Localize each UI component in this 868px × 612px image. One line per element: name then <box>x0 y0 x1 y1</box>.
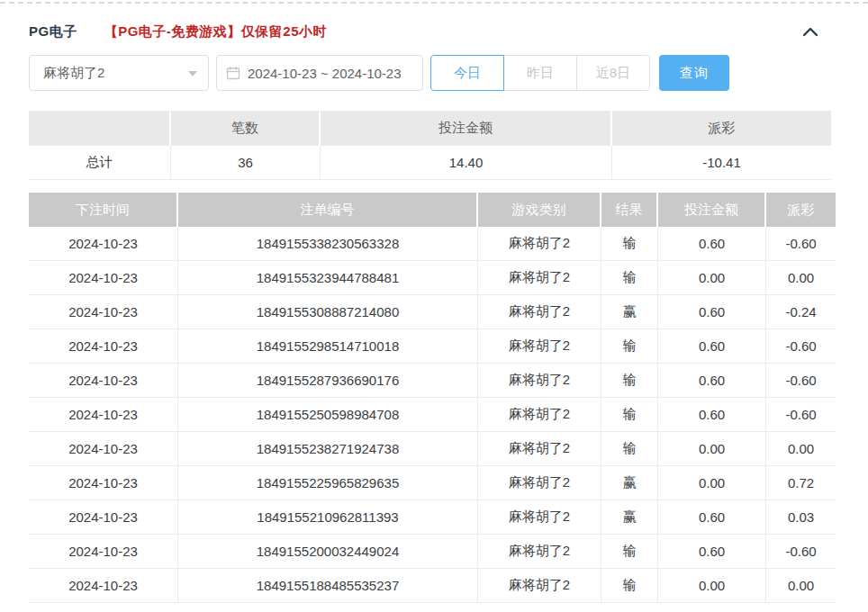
cell-bet-time: 2024-10-23 <box>29 295 178 328</box>
quick-button-last8days[interactable]: 近8日 <box>576 55 650 91</box>
col-header-amount: 投注金额 <box>658 193 766 227</box>
cell-result: 输 <box>601 398 658 431</box>
cell-game-type: 麻将胡了2 <box>478 466 601 500</box>
cell-bet-id: 1849155225965829635 <box>178 466 478 500</box>
cell-bet-id: 1849155238271924738 <box>178 432 478 465</box>
cell-bet-amount: 0.00 <box>658 569 766 602</box>
table-row: 2024-10-23 1849155308887214080 麻将胡了2 赢 0… <box>29 295 836 329</box>
cell-bet-id: 1849155287936690176 <box>178 364 478 397</box>
summary-header-row: 笔数 投注金额 派彩 <box>29 111 831 146</box>
cell-bet-id: 1849155338230563328 <box>178 227 478 260</box>
cell-bet-time: 2024-10-23 <box>29 535 178 568</box>
cell-bet-id: 1849155210962811393 <box>178 500 478 534</box>
cell-bet-time: 2024-10-23 <box>29 432 178 465</box>
calendar-icon <box>226 66 240 80</box>
col-header-game: 游戏类别 <box>478 193 601 227</box>
cell-payout: -0.24 <box>766 295 836 328</box>
pg-records-panel: PG电子 【PG电子-免费游戏】仅保留25小时 麻将胡了2 <box>0 2 868 612</box>
cell-bet-amount: 0.60 <box>658 364 766 397</box>
cell-result: 赢 <box>601 500 658 534</box>
quick-button-today[interactable]: 今日 <box>430 55 504 91</box>
game-select[interactable]: 麻将胡了2 <box>29 55 209 91</box>
summary-total-bet-amount: 14.40 <box>321 146 612 179</box>
cell-payout: 0.03 <box>766 500 836 534</box>
panel-header: PG电子 【PG电子-免费游戏】仅保留25小时 <box>0 4 868 45</box>
summary-header-bet-amount: 投注金额 <box>321 111 612 146</box>
cell-game-type: 麻将胡了2 <box>478 295 601 328</box>
summary-header-blank <box>29 111 171 146</box>
cell-bet-id: 1849155200032449024 <box>178 535 478 568</box>
summary-total-count: 36 <box>171 146 321 179</box>
table-body: 2024-10-23 1849155338230563328 麻将胡了2 输 0… <box>29 227 836 603</box>
cell-bet-id: 1849155188485535237 <box>178 569 478 602</box>
cell-payout: 0.72 <box>766 466 836 500</box>
cell-game-type: 麻将胡了2 <box>478 535 601 568</box>
table-row: 2024-10-23 1849155210962811393 麻将胡了2 赢 0… <box>29 500 836 535</box>
cell-result: 输 <box>601 227 658 260</box>
date-range-value: 2024-10-23 ~ 2024-10-23 <box>248 66 402 81</box>
cell-bet-amount: 0.60 <box>658 329 766 363</box>
table-row: 2024-10-23 1849155225965829635 麻将胡了2 赢 0… <box>29 466 836 500</box>
quick-range-button-group: 今日 昨日 近8日 <box>430 55 650 91</box>
cell-bet-time: 2024-10-23 <box>29 466 178 500</box>
cell-bet-amount: 0.60 <box>658 398 766 431</box>
cell-result: 赢 <box>601 466 658 500</box>
summary-header-payout: 派彩 <box>612 111 831 146</box>
table-row: 2024-10-23 1849155238271924738 麻将胡了2 输 0… <box>29 432 836 466</box>
col-header-bet-id: 注单编号 <box>178 193 478 227</box>
cell-bet-amount: 0.60 <box>658 295 766 328</box>
query-button[interactable]: 查询 <box>659 55 729 91</box>
cell-bet-amount: 0.60 <box>658 535 766 568</box>
collapse-panel-button[interactable] <box>798 21 823 42</box>
bet-records-table: 下注时间 注单编号 游戏类别 结果 投注金额 派彩 2024-10-23 184… <box>29 193 836 603</box>
cell-result: 输 <box>601 329 658 363</box>
cell-bet-time: 2024-10-23 <box>29 227 178 260</box>
table-row: 2024-10-23 1849155188485535237 麻将胡了2 输 0… <box>29 569 836 603</box>
cell-bet-time: 2024-10-23 <box>29 500 178 534</box>
cell-bet-id: 1849155308887214080 <box>178 295 478 328</box>
cell-bet-amount: 0.00 <box>658 261 766 294</box>
cell-payout: 0.00 <box>766 569 836 602</box>
panel-title: PG电子 <box>29 23 77 40</box>
summary-total-row: 总计 36 14.40 -10.41 <box>29 146 831 180</box>
cell-result: 输 <box>601 432 658 465</box>
table-row: 2024-10-23 1849155338230563328 麻将胡了2 输 0… <box>29 227 836 261</box>
cell-bet-amount: 0.00 <box>658 466 766 500</box>
table-row: 2024-10-23 1849155250598984708 麻将胡了2 输 0… <box>29 398 836 432</box>
summary-table: 笔数 投注金额 派彩 总计 36 14.40 -10.41 <box>29 111 831 180</box>
summary-header-count: 笔数 <box>171 111 321 146</box>
cell-bet-time: 2024-10-23 <box>29 261 178 294</box>
table-header-row: 下注时间 注单编号 游戏类别 结果 投注金额 派彩 <box>29 193 836 227</box>
cell-payout: -0.60 <box>766 398 836 431</box>
caret-down-icon <box>188 71 197 76</box>
cell-result: 输 <box>601 261 658 294</box>
cell-payout: -0.60 <box>766 329 836 363</box>
cell-result: 输 <box>601 569 658 602</box>
cell-game-type: 麻将胡了2 <box>478 398 601 431</box>
panel-notice: 【PG电子-免费游戏】仅保留25小时 <box>104 23 327 40</box>
cell-bet-time: 2024-10-23 <box>29 398 178 431</box>
summary-total-label: 总计 <box>29 146 171 179</box>
col-header-result: 结果 <box>601 193 658 227</box>
cell-payout: 0.00 <box>766 261 836 294</box>
cell-bet-amount: 0.60 <box>658 227 766 260</box>
cell-payout: -0.60 <box>766 227 836 260</box>
quick-button-yesterday[interactable]: 昨日 <box>503 55 577 91</box>
table-row: 2024-10-23 1849155323944788481 麻将胡了2 输 0… <box>29 261 836 295</box>
table-row: 2024-10-23 1849155298514710018 麻将胡了2 输 0… <box>29 329 836 364</box>
cell-bet-id: 1849155298514710018 <box>178 329 478 363</box>
table-row: 2024-10-23 1849155200032449024 麻将胡了2 输 0… <box>29 535 836 569</box>
filter-bar: 麻将胡了2 2024-10-23 ~ 2024-10-23 今日 昨日 近8日 … <box>29 55 839 91</box>
cell-game-type: 麻将胡了2 <box>478 329 601 363</box>
cell-bet-amount: 0.60 <box>658 500 766 534</box>
cell-bet-time: 2024-10-23 <box>29 364 178 397</box>
cell-payout: -0.60 <box>766 364 836 397</box>
cell-bet-id: 1849155250598984708 <box>178 398 478 431</box>
col-header-time: 下注时间 <box>29 193 178 227</box>
cell-bet-amount: 0.00 <box>658 432 766 465</box>
cell-payout: 0.00 <box>766 432 836 465</box>
cell-game-type: 麻将胡了2 <box>478 261 601 294</box>
date-range-input[interactable]: 2024-10-23 ~ 2024-10-23 <box>216 55 423 91</box>
cell-game-type: 麻将胡了2 <box>478 432 601 465</box>
table-row: 2024-10-23 1849155287936690176 麻将胡了2 输 0… <box>29 364 836 398</box>
